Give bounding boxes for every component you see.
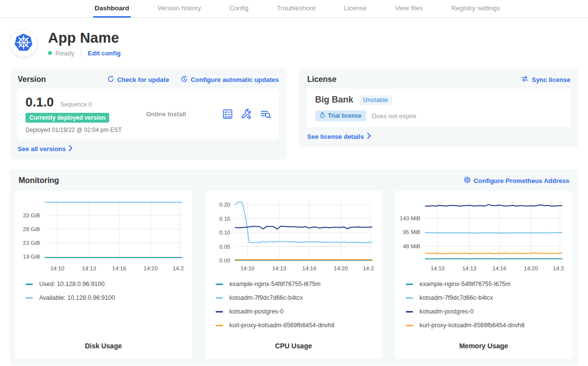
svg-text:14:23: 14:23: [172, 265, 184, 271]
license-panel: Big Bank Unstable Trial l: [307, 89, 570, 127]
monitoring-card: Monitoring Configure Prometheus A: [10, 169, 578, 366]
main-content: Version Check for update Configure autom…: [0, 69, 588, 366]
legend-item: kotsadm-7f9dc7d66c-b4tcx: [216, 294, 382, 301]
monitoring-header: Monitoring Configure Prometheus A: [15, 176, 573, 185]
customer-name: Big Bank: [315, 95, 353, 105]
tab-registry-settings[interactable]: Registry settings: [450, 0, 502, 18]
svg-text:14:20: 14:20: [334, 265, 348, 271]
sync-icon: [521, 76, 529, 83]
edit-config-link[interactable]: Edit config: [88, 50, 121, 57]
chart-title: Memory Usage: [395, 342, 572, 359]
legend-swatch: [406, 311, 413, 313]
version-number: 0.1.0: [25, 95, 54, 109]
svg-text:0.20: 0.20: [220, 202, 230, 208]
svg-text:14:23: 14:23: [553, 265, 564, 271]
svg-text:14:16: 14:16: [302, 265, 317, 271]
svg-text:19 GiB: 19 GiB: [23, 254, 40, 260]
svg-text:14:13: 14:13: [462, 265, 476, 271]
deployed-badge: Currently deployed version: [25, 113, 109, 123]
svg-text:0.05: 0.05: [220, 244, 230, 250]
legend-swatch: [406, 284, 413, 285]
tab-license[interactable]: License: [342, 0, 368, 18]
see-license-details-link[interactable]: See license details: [307, 133, 371, 140]
version-card-header: Version Check for update Configure autom…: [18, 75, 279, 84]
svg-text:0.00: 0.00: [220, 258, 230, 263]
install-type-label: Online Install: [139, 110, 222, 118]
svg-text:143 MiB: 143 MiB: [400, 215, 421, 221]
legend-item: kotsadm-7f9dc7d66c-b4tcx: [406, 294, 572, 301]
legend-swatch: [216, 325, 223, 326]
monitoring-title: Monitoring: [19, 176, 59, 185]
svg-text:48 MiB: 48 MiB: [403, 243, 420, 249]
svg-text:14:10: 14:10: [431, 265, 445, 271]
preflight-checklist-icon[interactable]: [222, 109, 233, 119]
legend-swatch: [406, 325, 413, 326]
svg-text:14:13: 14:13: [82, 265, 96, 271]
status-text: Ready: [55, 50, 74, 57]
svg-text:14:20: 14:20: [524, 265, 538, 271]
gear-icon: [464, 176, 471, 185]
svg-text:0.15: 0.15: [220, 216, 230, 222]
legend-item: kurl-proxy-kotsadm-8569fb6454-dnvh8: [216, 322, 382, 329]
legend-item: Used: 10.128.0.96:9100: [25, 281, 192, 288]
svg-text:95 MiB: 95 MiB: [403, 229, 420, 235]
divider: [81, 50, 81, 57]
chart-title: CPU Usage: [205, 342, 382, 359]
configure-automatic-updates-button[interactable]: Configure automatic updates: [181, 76, 279, 84]
chart-plot: 19 GiB23 GiB28 GiB33 GiB14:1014:1314:161…: [15, 196, 184, 274]
svg-text:28 GiB: 28 GiB: [23, 226, 40, 232]
trial-license-badge: Trial license: [315, 110, 366, 121]
svg-text:33 GiB: 33 GiB: [23, 212, 40, 218]
legend-item: example-nginx-54f8f76755-l675m: [216, 281, 382, 288]
legend-swatch: [25, 297, 33, 299]
legend-label: kurl-proxy-kotsadm-8569fb6454-dnvh8: [229, 322, 335, 329]
legend-label: example-nginx-54f8f76755-l675m: [419, 281, 511, 288]
app-header: App Name Ready Edit config: [0, 18, 588, 69]
see-all-versions-link[interactable]: See all versions: [18, 145, 73, 153]
memory-usage-chart-card: 48 MiB95 MiB143 MiB14:1014:1314:1614:201…: [395, 191, 572, 359]
sync-license-button[interactable]: Sync license: [521, 76, 570, 83]
tab-troubleshoot[interactable]: Troubleshoot: [275, 0, 317, 18]
legend-label: Used: 10.128.0.96:9100: [39, 281, 104, 288]
license-card-header: License Sync license: [307, 75, 570, 84]
tab-view-files[interactable]: View files: [393, 0, 424, 18]
license-card-title: License: [307, 75, 337, 84]
charts-row: 19 GiB23 GiB28 GiB33 GiB14:1014:1314:161…: [15, 191, 573, 359]
license-expiry: Does not expire: [372, 112, 416, 120]
check-for-update-button[interactable]: Check for update: [107, 76, 169, 84]
chart-plot: 0.000.050.100.150.2014:1014:1314:1614:20…: [205, 196, 374, 274]
page-title: App Name: [48, 30, 121, 46]
svg-text:14:20: 14:20: [144, 265, 158, 271]
legend-item: example-nginx-54f8f76755-l675m: [406, 281, 572, 288]
svg-text:14:16: 14:16: [492, 265, 507, 271]
memory-usage-legend: example-nginx-54f8f76755-l675mkotsadm-7f…: [395, 274, 572, 329]
deployed-timestamp: Deployed 01/19/22 @ 02:04 pm EST: [25, 127, 139, 133]
version-card: Version Check for update Configure autom…: [10, 69, 287, 159]
view-logs-icon[interactable]: [260, 109, 271, 120]
svg-text:14:10: 14:10: [241, 265, 255, 271]
version-action-icons: [222, 109, 271, 120]
tab-dashboard[interactable]: Dashboard: [93, 0, 131, 18]
version-info: 0.1.0 Sequence 0 Currently deployed vers…: [25, 95, 139, 133]
current-version-panel: 0.1.0 Sequence 0 Currently deployed vers…: [18, 89, 279, 139]
app-header-text: App Name Ready Edit config: [48, 30, 121, 57]
disk-usage-chart-card: 19 GiB23 GiB28 GiB33 GiB14:1014:1314:161…: [15, 191, 192, 359]
cpu-usage-chart-card: 0.000.050.100.150.2014:1014:1314:1614:20…: [205, 191, 382, 359]
svg-text:14:13: 14:13: [272, 265, 286, 271]
configure-prometheus-button[interactable]: Configure Prometheus Address: [464, 176, 569, 185]
legend-swatch: [216, 311, 223, 313]
app-logo: [10, 29, 37, 57]
cpu-usage-legend: example-nginx-54f8f76755-l675mkotsadm-7f…: [205, 274, 382, 329]
legend-label: Available: 10.128.0.96:9100: [39, 294, 115, 301]
legend-label: kotsadm-7f9dc7d66c-b4tcx: [229, 294, 303, 301]
license-customer-row: Big Bank Unstable: [315, 95, 563, 105]
chevron-right-icon: [367, 133, 371, 140]
legend-item: Available: 10.128.0.96:9100: [25, 294, 192, 301]
kubernetes-logo-icon: [14, 32, 33, 54]
chart-plot: 48 MiB95 MiB143 MiB14:1014:1314:1614:201…: [395, 196, 564, 274]
tab-config[interactable]: Config: [228, 0, 250, 18]
legend-swatch: [406, 297, 413, 299]
tab-version-history[interactable]: Version history: [156, 0, 203, 18]
clock-rotate-icon: [181, 76, 188, 84]
config-wrench-icon[interactable]: [241, 109, 252, 120]
